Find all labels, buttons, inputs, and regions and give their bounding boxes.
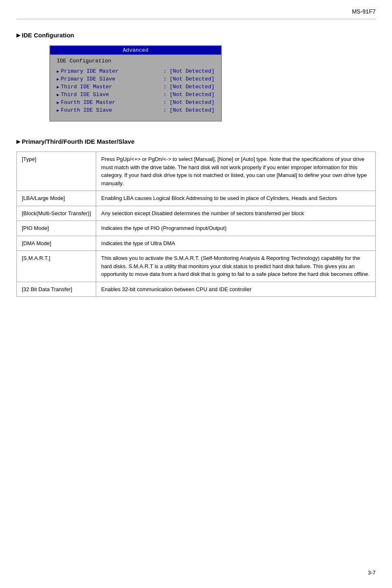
bios-menu-value: : [Not Detected] [163,76,214,82]
section2-heading: Primary/Third/Fourth IDE Master/Slave [16,138,376,145]
table-cell-description: Enables 32-bit communication between CPU… [96,282,376,297]
bios-menu-value: : [Not Detected] [163,99,214,106]
bios-section-title: IDE Configuration [50,55,221,66]
table-cell-description: This allows you to activate the S.M.A.R.… [96,251,376,282]
table-row: [DMA Mode] Indicates the type of Ultra D… [17,236,376,251]
table-row: [LBA/Large Mode] Enabling LBA causes Log… [17,191,376,206]
bios-menu-item: Fourth IDE Master : [Not Detected] [57,99,214,106]
bios-menu-label: Primary IDE Slave [57,76,115,82]
bios-menu-label: Primary IDE Master [57,68,118,74]
bios-menu-item: Third IDE Slave : [Not Detected] [57,91,214,99]
table-cell-label: [Block(Multi-Sector Transfer)] [17,206,96,221]
bios-menu-item: Primary IDE Master : [Not Detected] [57,67,214,75]
bios-menu-item: Third IDE Master : [Not Detected] [57,83,214,91]
bios-menu-value: : [Not Detected] [163,68,214,74]
bios-menu-label: Fourth IDE Slave [57,107,112,113]
bios-menu-item: Fourth IDE Slave : [Not Detected] [57,106,214,114]
table-row: [PIO Mode] Indicates the type of PIO (Pr… [17,221,376,236]
table-cell-label: [LBA/Large Mode] [17,191,96,206]
table-cell-label: [DMA Mode] [17,236,96,251]
info-table: [Type] Press PgUp/<+> or PgDn/<-> to sel… [16,152,376,297]
header: MS-91F7 [16,8,376,19]
table-cell-label: [32 Bit Data Transfer] [17,282,96,297]
table-cell-description: Press PgUp/<+> or PgDn/<-> to select [Ma… [96,152,376,191]
bios-menu: Primary IDE Master : [Not Detected] Prim… [50,66,221,121]
bios-menu-label: Fourth IDE Master [57,99,115,106]
table-row: [Block(Multi-Sector Transfer)] Any selec… [17,206,376,221]
table-cell-description: Any selection except Disabled determines… [96,206,376,221]
header-title: MS-91F7 [352,8,376,15]
table-cell-label: [S.M.A.R.T.] [17,251,96,282]
section1-heading: IDE Configuration [16,32,376,39]
bios-title-bar: Advanced [50,46,221,55]
bios-menu-value: : [Not Detected] [163,84,214,90]
table-section: [Type] Press PgUp/<+> or PgDn/<-> to sel… [16,152,376,297]
bios-menu-item: Primary IDE Slave : [Not Detected] [57,75,214,83]
page-number: 3-7 [368,570,376,576]
bios-menu-value: : [Not Detected] [163,107,214,113]
bios-menu-label: Third IDE Master [57,84,112,90]
table-cell-description: Indicates the type of PIO (Programmed In… [96,221,376,236]
table-cell-label: [Type] [17,152,96,191]
table-cell-description: Indicates the type of Ultra DMA [96,236,376,251]
bios-menu-label: Third IDE Slave [57,92,109,98]
table-row: [Type] Press PgUp/<+> or PgDn/<-> to sel… [17,152,376,191]
table-cell-label: [PIO Mode] [17,221,96,236]
table-row: [32 Bit Data Transfer] Enables 32-bit co… [17,282,376,297]
table-row: [S.M.A.R.T.] This allows you to activate… [17,251,376,282]
table-cell-description: Enabling LBA causes Logical Block Addres… [96,191,376,206]
bios-screen: Advanced IDE Configuration Primary IDE M… [49,45,222,122]
page-container: MS-91F7 IDE Configuration Advanced IDE C… [0,0,392,588]
bios-menu-value: : [Not Detected] [163,92,214,98]
